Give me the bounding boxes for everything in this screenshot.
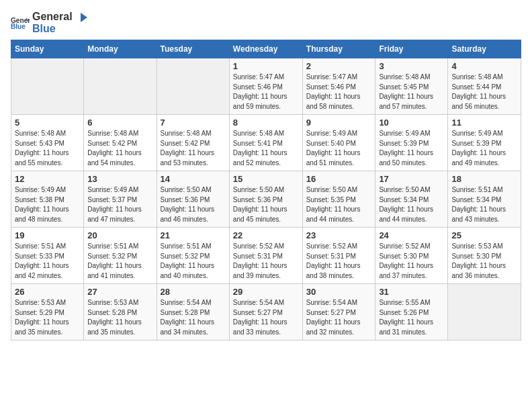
svg-marker-3 <box>81 13 87 22</box>
day-info: Sunrise: 5:50 AM Sunset: 5:34 PM Dayligh… <box>379 185 444 224</box>
day-number: 6 <box>87 118 152 128</box>
day-info: Sunrise: 5:53 AM Sunset: 5:29 PM Dayligh… <box>15 298 80 337</box>
day-number: 13 <box>87 174 152 184</box>
calendar-cell: 25Sunrise: 5:53 AM Sunset: 5:30 PM Dayli… <box>448 228 521 284</box>
day-info: Sunrise: 5:50 AM Sunset: 5:35 PM Dayligh… <box>306 185 372 224</box>
day-number: 10 <box>379 118 444 128</box>
calendar-cell: 14Sunrise: 5:50 AM Sunset: 5:36 PM Dayli… <box>157 171 229 228</box>
day-info: Sunrise: 5:48 AM Sunset: 5:42 PM Dayligh… <box>87 129 152 168</box>
day-number: 16 <box>306 174 372 184</box>
day-info: Sunrise: 5:53 AM Sunset: 5:28 PM Dayligh… <box>87 298 152 337</box>
day-number: 22 <box>233 230 299 240</box>
day-info: Sunrise: 5:49 AM Sunset: 5:40 PM Dayligh… <box>306 129 372 168</box>
day-number: 3 <box>379 61 444 71</box>
day-number: 31 <box>379 287 444 297</box>
calendar-cell: 17Sunrise: 5:50 AM Sunset: 5:34 PM Dayli… <box>375 171 448 228</box>
day-number: 27 <box>87 287 152 297</box>
calendar-cell: 9Sunrise: 5:49 AM Sunset: 5:40 PM Daylig… <box>302 115 375 171</box>
day-info: Sunrise: 5:48 AM Sunset: 5:44 PM Dayligh… <box>451 73 517 111</box>
calendar-cell: 1Sunrise: 5:47 AM Sunset: 5:46 PM Daylig… <box>229 58 302 115</box>
day-info: Sunrise: 5:51 AM Sunset: 5:34 PM Dayligh… <box>451 185 517 224</box>
day-info: Sunrise: 5:54 AM Sunset: 5:28 PM Dayligh… <box>161 298 226 337</box>
day-info: Sunrise: 5:49 AM Sunset: 5:39 PM Dayligh… <box>379 129 444 168</box>
day-number: 28 <box>161 287 226 297</box>
day-number: 20 <box>87 230 152 240</box>
day-info: Sunrise: 5:47 AM Sunset: 5:46 PM Dayligh… <box>306 73 372 111</box>
calendar-table: SundayMondayTuesdayWednesdayThursdayFrid… <box>11 40 521 340</box>
calendar-cell <box>157 58 229 115</box>
calendar-cell: 2Sunrise: 5:47 AM Sunset: 5:46 PM Daylig… <box>302 58 375 115</box>
logo-arrow-icon <box>75 13 87 22</box>
calendar-cell: 28Sunrise: 5:54 AM Sunset: 5:28 PM Dayli… <box>157 284 229 340</box>
calendar-cell: 19Sunrise: 5:51 AM Sunset: 5:33 PM Dayli… <box>11 228 84 284</box>
calendar-week-row: 5Sunrise: 5:48 AM Sunset: 5:43 PM Daylig… <box>11 115 521 171</box>
calendar-cell: 11Sunrise: 5:49 AM Sunset: 5:39 PM Dayli… <box>448 115 521 171</box>
calendar-week-row: 12Sunrise: 5:49 AM Sunset: 5:38 PM Dayli… <box>11 171 521 228</box>
weekday-header-row: SundayMondayTuesdayWednesdayThursdayFrid… <box>11 40 521 58</box>
day-info: Sunrise: 5:52 AM Sunset: 5:30 PM Dayligh… <box>379 242 444 281</box>
day-info: Sunrise: 5:52 AM Sunset: 5:31 PM Dayligh… <box>306 242 372 281</box>
day-info: Sunrise: 5:52 AM Sunset: 5:31 PM Dayligh… <box>233 242 299 281</box>
calendar-cell <box>448 284 521 340</box>
day-number: 26 <box>15 287 80 297</box>
day-info: Sunrise: 5:54 AM Sunset: 5:27 PM Dayligh… <box>306 298 372 337</box>
calendar-cell: 27Sunrise: 5:53 AM Sunset: 5:28 PM Dayli… <box>84 284 157 340</box>
weekday-header-sunday: Sunday <box>11 40 84 58</box>
calendar-cell <box>84 58 157 115</box>
day-number: 12 <box>15 174 80 184</box>
calendar-cell: 8Sunrise: 5:48 AM Sunset: 5:41 PM Daylig… <box>229 115 302 171</box>
calendar-week-row: 1Sunrise: 5:47 AM Sunset: 5:46 PM Daylig… <box>11 58 521 115</box>
day-number: 4 <box>451 61 517 71</box>
calendar-cell: 26Sunrise: 5:53 AM Sunset: 5:29 PM Dayli… <box>11 284 84 340</box>
day-info: Sunrise: 5:48 AM Sunset: 5:42 PM Dayligh… <box>161 129 226 168</box>
calendar-cell: 29Sunrise: 5:54 AM Sunset: 5:27 PM Dayli… <box>229 284 302 340</box>
calendar-cell <box>11 58 84 115</box>
day-info: Sunrise: 5:50 AM Sunset: 5:36 PM Dayligh… <box>233 185 299 224</box>
weekday-header-saturday: Saturday <box>448 40 521 58</box>
day-number: 5 <box>15 118 80 128</box>
day-number: 8 <box>233 118 299 128</box>
calendar-cell: 15Sunrise: 5:50 AM Sunset: 5:36 PM Dayli… <box>229 171 302 228</box>
calendar-cell: 20Sunrise: 5:51 AM Sunset: 5:32 PM Dayli… <box>84 228 157 284</box>
svg-text:Blue: Blue <box>11 23 26 30</box>
calendar-cell: 10Sunrise: 5:49 AM Sunset: 5:39 PM Dayli… <box>375 115 448 171</box>
calendar-cell: 6Sunrise: 5:48 AM Sunset: 5:42 PM Daylig… <box>84 115 157 171</box>
day-number: 15 <box>233 174 299 184</box>
day-info: Sunrise: 5:55 AM Sunset: 5:26 PM Dayligh… <box>379 298 444 337</box>
calendar-cell: 16Sunrise: 5:50 AM Sunset: 5:35 PM Dayli… <box>302 171 375 228</box>
day-number: 24 <box>379 230 444 240</box>
day-number: 19 <box>15 230 80 240</box>
logo-icon: General Blue <box>11 15 30 30</box>
calendar-cell: 22Sunrise: 5:52 AM Sunset: 5:31 PM Dayli… <box>229 228 302 284</box>
calendar-cell: 12Sunrise: 5:49 AM Sunset: 5:38 PM Dayli… <box>11 171 84 228</box>
page-header: General Blue General Blue <box>11 11 521 34</box>
day-info: Sunrise: 5:51 AM Sunset: 5:32 PM Dayligh… <box>161 242 226 281</box>
day-info: Sunrise: 5:51 AM Sunset: 5:33 PM Dayligh… <box>15 242 80 281</box>
day-number: 14 <box>161 174 226 184</box>
calendar-week-row: 26Sunrise: 5:53 AM Sunset: 5:29 PM Dayli… <box>11 284 521 340</box>
day-info: Sunrise: 5:48 AM Sunset: 5:45 PM Dayligh… <box>379 73 444 111</box>
weekday-header-thursday: Thursday <box>302 40 375 58</box>
calendar-cell: 5Sunrise: 5:48 AM Sunset: 5:43 PM Daylig… <box>11 115 84 171</box>
calendar-cell: 18Sunrise: 5:51 AM Sunset: 5:34 PM Dayli… <box>448 171 521 228</box>
day-info: Sunrise: 5:48 AM Sunset: 5:43 PM Dayligh… <box>15 129 80 168</box>
day-number: 18 <box>451 174 517 184</box>
calendar-cell: 4Sunrise: 5:48 AM Sunset: 5:44 PM Daylig… <box>448 58 521 115</box>
day-number: 2 <box>306 61 372 71</box>
calendar-cell: 24Sunrise: 5:52 AM Sunset: 5:30 PM Dayli… <box>375 228 448 284</box>
day-info: Sunrise: 5:50 AM Sunset: 5:36 PM Dayligh… <box>161 185 226 224</box>
day-number: 23 <box>306 230 372 240</box>
day-info: Sunrise: 5:53 AM Sunset: 5:30 PM Dayligh… <box>451 242 517 281</box>
calendar-cell: 23Sunrise: 5:52 AM Sunset: 5:31 PM Dayli… <box>302 228 375 284</box>
day-number: 9 <box>306 118 372 128</box>
day-info: Sunrise: 5:47 AM Sunset: 5:46 PM Dayligh… <box>233 73 299 111</box>
day-info: Sunrise: 5:51 AM Sunset: 5:32 PM Dayligh… <box>87 242 152 281</box>
day-info: Sunrise: 5:49 AM Sunset: 5:38 PM Dayligh… <box>15 185 80 224</box>
calendar-cell: 13Sunrise: 5:49 AM Sunset: 5:37 PM Dayli… <box>84 171 157 228</box>
day-info: Sunrise: 5:49 AM Sunset: 5:37 PM Dayligh… <box>87 185 152 224</box>
logo-general-text: General <box>32 11 87 23</box>
day-info: Sunrise: 5:49 AM Sunset: 5:39 PM Dayligh… <box>451 129 517 168</box>
day-number: 11 <box>451 118 517 128</box>
day-number: 1 <box>233 61 299 71</box>
calendar-cell: 7Sunrise: 5:48 AM Sunset: 5:42 PM Daylig… <box>157 115 229 171</box>
